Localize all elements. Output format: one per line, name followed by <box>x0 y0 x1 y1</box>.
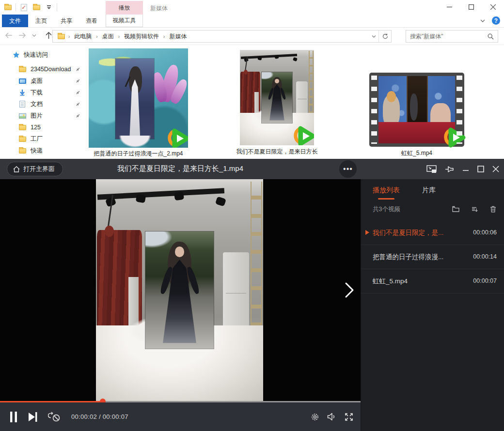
address-dropdown-button[interactable] <box>369 31 378 42</box>
folder-icon <box>18 65 26 73</box>
folder-icon <box>58 34 65 39</box>
navigation-bar: › 此电脑 › 桌面 › 视频剪辑软件 › 新媒体 搜索"新媒体" <box>0 28 504 45</box>
address-bar[interactable]: › 此电脑 › 桌面 › 视频剪辑软件 › 新媒体 <box>52 30 392 43</box>
sidebar-item-express[interactable]: 快递 <box>18 145 80 156</box>
tencent-play-badge-icon <box>293 125 314 145</box>
next-track-button[interactable] <box>28 412 37 422</box>
minimize-icon[interactable] <box>462 166 469 172</box>
speaker-icon <box>327 413 336 421</box>
tab-library[interactable]: 片库 <box>422 186 436 200</box>
sidebar-item-125[interactable]: 125 <box>18 122 80 133</box>
forward-button[interactable] <box>18 32 26 39</box>
folder-icon <box>18 135 26 143</box>
video-thumbnail <box>369 73 464 147</box>
breadcrumb-new-media[interactable]: 新媒体 <box>167 31 189 42</box>
pause-button[interactable] <box>10 412 17 422</box>
folder-icon <box>4 5 12 10</box>
maximize-button[interactable] <box>460 0 482 14</box>
pictures-icon <box>18 112 26 120</box>
qat-new-folder-button[interactable] <box>32 2 41 13</box>
mini-mode-icon[interactable] <box>426 165 437 173</box>
open-main-ui-button[interactable]: 打开主界面 <box>7 162 63 176</box>
pin-icon <box>76 113 80 118</box>
video-thumbnail <box>240 50 314 145</box>
recent-locations-chevron-icon[interactable] <box>32 34 36 37</box>
help-icon[interactable]: ? <box>492 16 500 25</box>
sidebar-item-factory[interactable]: 工厂 <box>18 133 80 145</box>
qat-customize-button[interactable] <box>44 2 54 13</box>
more-dots-icon: ••• <box>343 165 353 173</box>
more-button[interactable]: ••• <box>339 160 357 178</box>
playlist-item-current[interactable]: 我们不是夏日限定，是... 00:00:06 <box>361 221 504 245</box>
next-video-arrow-icon[interactable] <box>344 282 355 298</box>
ribbon-collapse-chevron-icon[interactable] <box>480 18 485 23</box>
video-player-window: 打开主界面 我们不是夏日限定，是来日方长_1.mp4 ••• <box>0 159 504 431</box>
settings-button[interactable] <box>309 413 321 421</box>
home-icon <box>13 166 20 172</box>
video-area[interactable] <box>0 179 361 401</box>
tab-home[interactable]: 主页 <box>29 15 53 27</box>
close-button[interactable] <box>482 0 504 14</box>
playing-title: 我们不是夏日限定，是来日方长_1.mp4 <box>117 164 243 173</box>
tab-view[interactable]: 查看 <box>79 15 104 27</box>
fullscreen-button[interactable] <box>343 413 355 421</box>
clear-playlist-trash-icon[interactable] <box>490 206 496 213</box>
pin-icon <box>76 67 80 72</box>
video-count-label: 共3个视频 <box>373 205 452 214</box>
playlist-item-title: 虹虹_5.mp4 <box>373 277 408 286</box>
sidebar-quick-access[interactable]: 快速访问 <box>13 51 48 59</box>
breadcrumb-video-editing[interactable]: 视频剪辑软件 <box>122 31 161 42</box>
explorer-sidebar: 快速访问 2345Download 桌面 下载 <box>0 45 82 159</box>
back-button[interactable] <box>5 32 13 39</box>
qat-folder-button[interactable] <box>3 2 13 13</box>
player-header: 打开主界面 我们不是夏日限定，是来日方长_1.mp4 ••• <box>0 159 504 179</box>
divider <box>16 3 16 11</box>
sidebar-item-label: 下载 <box>31 89 43 97</box>
now-playing-icon <box>365 230 369 235</box>
play-order-icon[interactable] <box>471 206 478 212</box>
refresh-button[interactable] <box>378 31 391 42</box>
qat-properties-button[interactable] <box>19 2 29 13</box>
customize-toolbar-icon <box>47 5 51 9</box>
play-mode-button[interactable] <box>48 412 61 422</box>
tab-video-tools[interactable]: 视频工具 <box>106 15 143 27</box>
screen: 播放 新媒体 文件 主页 共享 查看 视频工具 ? <box>0 0 504 431</box>
playlist-item-duration: 00:00:07 <box>473 277 497 284</box>
playlist-item[interactable]: 把普通的日子过得浪漫... 00:00:14 <box>361 245 504 269</box>
pin-on-top-icon[interactable] <box>445 165 454 174</box>
file-item-video1[interactable]: 把普通的日子过得浪漫一点_2.mp4 <box>89 48 188 159</box>
close-icon[interactable] <box>492 166 499 172</box>
sidebar-item-downloads[interactable]: 下载 <box>18 87 80 98</box>
playlist-item[interactable]: 虹虹_5.mp4 00:00:07 <box>361 269 504 293</box>
playlist-panel: 播放列表 片库 共3个视频 我们不是夏日限定，是... 00:00:06 <box>361 179 504 431</box>
search-input[interactable]: 搜索"新媒体" <box>406 30 498 43</box>
next-track-icon <box>28 412 37 422</box>
file-item-video3[interactable]: 虹虹_5.mp4 <box>369 73 464 159</box>
sidebar-item-label: 2345Download <box>31 66 71 73</box>
breadcrumb-desktop[interactable]: 桌面 <box>100 31 116 42</box>
contextual-tab-group-play[interactable]: 播放 <box>106 1 143 15</box>
tab-playlist[interactable]: 播放列表 <box>373 186 400 200</box>
sidebar-item-2345download[interactable]: 2345Download <box>18 63 80 75</box>
sidebar-item-desktop[interactable]: 桌面 <box>18 75 80 87</box>
file-item-video2[interactable]: 我们不是夏日限定，是来日方长 <box>240 50 314 159</box>
time-display: 00:00:02 / 00:00:07 <box>71 413 128 420</box>
close-icon <box>490 4 496 10</box>
maximize-icon[interactable] <box>477 166 484 172</box>
sidebar-item-label: 文档 <box>31 100 43 108</box>
up-button[interactable] <box>45 31 52 39</box>
sidebar-item-label: 125 <box>31 124 41 131</box>
sidebar-item-pictures[interactable]: 图片 <box>18 110 80 122</box>
tab-share[interactable]: 共享 <box>54 15 79 27</box>
breadcrumb-this-pc[interactable]: 此电脑 <box>72 31 94 42</box>
quick-access-toolbar <box>3 2 57 13</box>
sidebar-item-documents[interactable]: 文档 <box>18 98 80 110</box>
file-explorer-window: 播放 新媒体 文件 主页 共享 查看 视频工具 ? <box>0 0 504 159</box>
add-file-folder-icon[interactable] <box>452 206 459 212</box>
volume-button[interactable] <box>326 413 338 421</box>
explorer-window-controls <box>439 0 504 14</box>
minimize-button[interactable] <box>439 0 460 14</box>
tab-file[interactable]: 文件 <box>2 15 28 27</box>
sidebar-item-label: 桌面 <box>31 77 43 85</box>
divider <box>57 3 57 11</box>
